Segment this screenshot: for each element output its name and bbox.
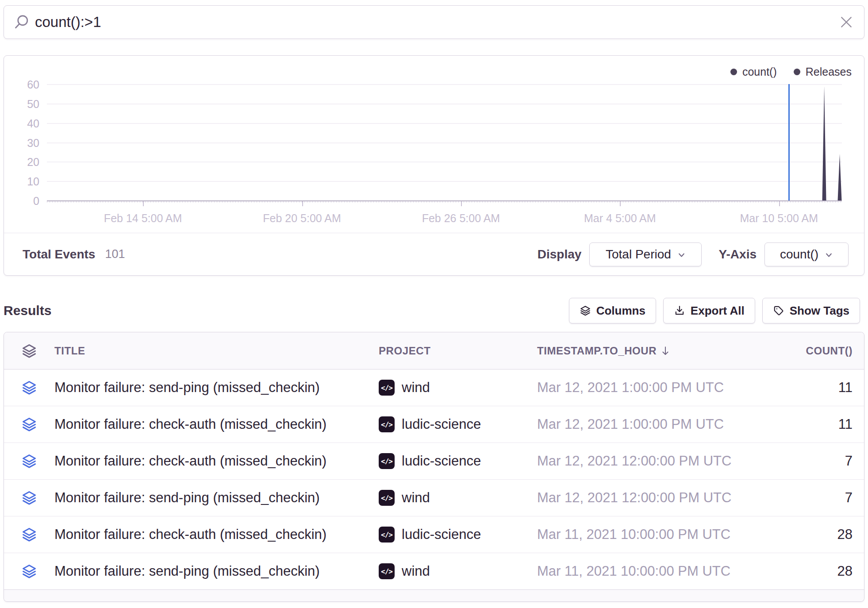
column-header-label: TIMESTAMP.TO_HOUR: [537, 345, 657, 357]
table-footer: [4, 589, 864, 601]
row-title[interactable]: Monitor failure: send-ping (missed_check…: [54, 490, 379, 506]
row-project: </>wind: [379, 563, 537, 579]
export-all-button[interactable]: Export All: [663, 298, 755, 323]
chart-controls: Display Total Period Y-Axis count(): [538, 242, 849, 266]
project-icon: </>: [379, 490, 395, 506]
table-header: TITLE PROJECT TIMESTAMP.TO_HOUR COUNT(): [4, 332, 864, 369]
header-stack-icon-cell[interactable]: [4, 343, 54, 359]
display-dropdown[interactable]: Total Period: [589, 242, 702, 266]
stack-icon: [4, 563, 54, 579]
row-timestamp: Mar 12, 2021 1:00:00 PM UTC: [537, 416, 774, 432]
table-body: Monitor failure: send-ping (missed_check…: [4, 369, 864, 590]
sort-desc-arrow-icon: [661, 345, 670, 357]
discover-page: count():>1 count() Releases 010203040506…: [0, 0, 868, 608]
project-icon: </>: [379, 380, 395, 396]
project-name: wind: [402, 563, 430, 579]
results-header: Results Columns Export All Show Tags: [4, 296, 860, 325]
project-icon: </>: [379, 416, 395, 432]
stack-icon: [4, 490, 54, 506]
row-count: 7: [774, 490, 864, 506]
columns-button[interactable]: Columns: [569, 298, 656, 323]
stack-icon: [21, 343, 37, 359]
chevron-down-icon: [677, 251, 686, 259]
column-header-count[interactable]: COUNT(): [774, 345, 864, 357]
stack-icon: [4, 527, 54, 543]
show-tags-button[interactable]: Show Tags: [762, 298, 860, 323]
project-name: ludic-science: [402, 527, 481, 543]
chart-footer: Total Events 101 Display Total Period Y-…: [4, 233, 864, 275]
row-title[interactable]: Monitor failure: send-ping (missed_check…: [54, 380, 379, 396]
yaxis-value: count(): [780, 247, 818, 262]
project-name: ludic-science: [402, 416, 481, 432]
yaxis-label: Y-Axis: [718, 247, 757, 262]
row-title[interactable]: Monitor failure: check-auth (missed_chec…: [54, 416, 379, 432]
row-timestamp: Mar 12, 2021 1:00:00 PM UTC: [537, 380, 774, 396]
row-title[interactable]: Monitor failure: check-auth (missed_chec…: [54, 527, 379, 543]
download-icon: [674, 305, 685, 316]
button-label: Columns: [596, 304, 645, 318]
chevron-down-icon: [825, 251, 833, 259]
row-count: 28: [774, 527, 864, 543]
row-title[interactable]: Monitor failure: check-auth (missed_chec…: [54, 453, 379, 469]
display-label: Display: [538, 247, 582, 262]
row-timestamp: Mar 12, 2021 12:00:00 PM UTC: [537, 490, 774, 506]
layers-icon: [580, 305, 591, 316]
row-count: 11: [774, 416, 864, 432]
project-icon: </>: [379, 563, 395, 579]
row-timestamp: Mar 11, 2021 10:00:00 PM UTC: [537, 527, 774, 543]
yaxis-dropdown[interactable]: count(): [764, 242, 849, 266]
table-actions: Columns Export All Show Tags: [569, 298, 860, 323]
search-bar[interactable]: count():>1: [4, 5, 864, 39]
project-name: wind: [402, 380, 430, 396]
stack-icon: [4, 380, 54, 396]
table-row: Monitor failure: send-ping (missed_check…: [4, 369, 864, 406]
results-table: TITLE PROJECT TIMESTAMP.TO_HOUR COUNT() …: [4, 332, 864, 602]
row-count: 7: [774, 453, 864, 469]
table-row: Monitor failure: check-auth (missed_chec…: [4, 406, 864, 443]
column-header-timestamp[interactable]: TIMESTAMP.TO_HOUR: [537, 345, 774, 357]
row-title[interactable]: Monitor failure: send-ping (missed_check…: [54, 563, 379, 579]
row-project: </>ludic-science: [379, 416, 537, 432]
project-name: ludic-science: [402, 453, 481, 469]
row-timestamp: Mar 12, 2021 12:00:00 PM UTC: [537, 453, 774, 469]
project-icon: </>: [379, 453, 395, 469]
project-icon: </>: [379, 527, 395, 543]
results-heading: Results: [4, 303, 51, 318]
row-count: 11: [774, 380, 864, 396]
total-events-value: 101: [105, 247, 125, 261]
table-row: Monitor failure: send-ping (missed_check…: [4, 553, 864, 590]
row-project: </>wind: [379, 380, 537, 396]
row-timestamp: Mar 11, 2021 10:00:00 PM UTC: [537, 563, 774, 579]
search-icon: [14, 14, 30, 30]
search-input[interactable]: count():>1: [35, 14, 839, 31]
total-events-label: Total Events: [23, 247, 95, 262]
button-label: Export All: [691, 304, 745, 318]
row-project: </>ludic-science: [379, 527, 537, 543]
column-header-title[interactable]: TITLE: [54, 345, 379, 357]
stack-icon: [4, 453, 54, 469]
stack-icon: [4, 416, 54, 432]
row-project: </>ludic-science: [379, 453, 537, 469]
tag-icon: [773, 305, 784, 316]
table-row: Monitor failure: check-auth (missed_chec…: [4, 443, 864, 480]
row-count: 28: [774, 563, 864, 579]
table-row: Monitor failure: send-ping (missed_check…: [4, 480, 864, 516]
chart-panel: count() Releases 0102030405060Feb 14 5:0…: [4, 55, 864, 276]
column-header-project[interactable]: PROJECT: [379, 345, 537, 357]
button-label: Show Tags: [790, 304, 849, 318]
table-row: Monitor failure: check-auth (missed_chec…: [4, 516, 864, 553]
display-value: Total Period: [606, 247, 671, 262]
project-name: wind: [402, 490, 430, 506]
row-project: </>wind: [379, 490, 537, 506]
clear-search-icon[interactable]: [839, 15, 853, 29]
